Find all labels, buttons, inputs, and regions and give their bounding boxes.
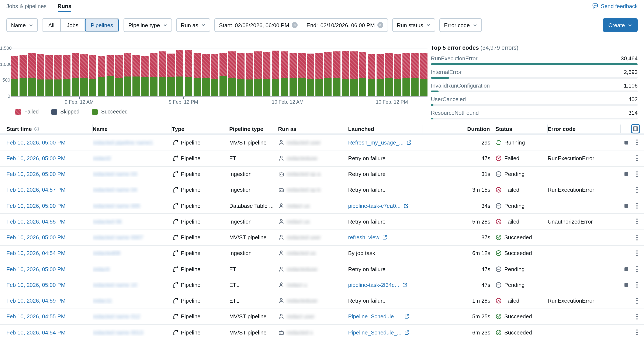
chart-bar[interactable] <box>10 48 18 96</box>
start-date-field[interactable]: Start: 02/08/2026, 06:00 PM ✕ <box>215 19 302 32</box>
launched-by-link[interactable]: pipeline-task-2f34e... <box>348 282 399 288</box>
chart-bar[interactable] <box>411 48 418 96</box>
chart-bar[interactable] <box>350 48 358 96</box>
kebab-menu-icon[interactable] <box>634 170 640 178</box>
run-start-time-link[interactable]: Feb 10, 2026, 05:00 PM <box>6 171 66 177</box>
chart-bar[interactable] <box>333 48 340 96</box>
header-launched[interactable]: Launched <box>348 124 422 133</box>
table-row[interactable]: Feb 10, 2026, 05:00 PMredacted pipeline … <box>0 135 644 151</box>
kebab-menu-icon[interactable] <box>634 234 640 241</box>
error-code-row[interactable]: UserCanceled402 <box>431 96 638 106</box>
chart-bar[interactable] <box>194 48 201 96</box>
clear-start-date-icon[interactable]: ✕ <box>292 22 298 28</box>
chart-bar[interactable] <box>220 48 227 96</box>
chart-bar[interactable] <box>316 48 323 96</box>
run-start-time-link[interactable]: Feb 10, 2026, 04:55 PM <box>6 219 66 225</box>
run-start-time-link[interactable]: Feb 10, 2026, 04:59 PM <box>6 297 66 304</box>
run-as-filter-dropdown[interactable]: Run as <box>176 18 210 32</box>
chart-bar[interactable] <box>394 48 401 96</box>
run-start-time-link[interactable]: Feb 10, 2026, 05:00 PM <box>6 139 66 145</box>
chart-bar[interactable] <box>228 48 236 96</box>
run-name-redacted[interactable]: redacted name 10 <box>92 282 137 288</box>
run-name-redacted[interactable]: redacted name 005 <box>92 203 140 209</box>
error-code-row[interactable]: InternalError2,693 <box>431 69 638 79</box>
table-row[interactable]: Feb 10, 2026, 04:59 PMredac11PipelineETL… <box>0 293 644 309</box>
chart-bar[interactable] <box>246 48 253 96</box>
kebab-menu-icon[interactable] <box>634 328 640 336</box>
launched-by-link[interactable]: Pipeline_Schedule_... <box>348 329 402 335</box>
chart-bar[interactable] <box>28 48 36 96</box>
stop-run-icon[interactable] <box>624 140 628 144</box>
header-run-as[interactable]: Run as <box>278 124 348 133</box>
run-start-time-link[interactable]: Feb 10, 2026, 05:00 PM <box>6 266 66 272</box>
send-feedback-link[interactable]: Send feedback <box>592 3 638 9</box>
stop-run-icon[interactable] <box>624 283 628 287</box>
chart-bar[interactable] <box>307 48 314 96</box>
chart-bar[interactable] <box>272 48 279 96</box>
segment-jobs[interactable]: Jobs <box>60 19 84 32</box>
launched-by-link[interactable]: refresh_view <box>348 234 379 241</box>
header-name[interactable]: Name <box>92 124 172 133</box>
run-name-redacted[interactable]: redacted name 04 <box>92 187 137 193</box>
chart-bar[interactable] <box>89 48 96 96</box>
chart-bar[interactable] <box>132 48 140 96</box>
chart-bar[interactable] <box>298 48 306 96</box>
chart-bar[interactable] <box>176 48 184 96</box>
chart-bar[interactable] <box>359 48 366 96</box>
error-code-row[interactable]: ResourceNotFound314 <box>431 110 638 119</box>
stop-run-icon[interactable] <box>624 267 628 271</box>
chart-bar[interactable] <box>63 48 70 96</box>
chart-bar[interactable] <box>46 48 53 96</box>
stop-run-icon[interactable] <box>624 172 628 176</box>
chart-bar[interactable] <box>254 48 262 96</box>
launched-by-link[interactable]: pipeline-task-c7ea0... <box>348 203 400 209</box>
chart-bar[interactable] <box>80 48 88 96</box>
create-button[interactable]: Create <box>603 18 638 32</box>
chart-bar[interactable] <box>280 48 288 96</box>
header-start-time[interactable]: Start time <box>6 124 92 133</box>
chart-bar[interactable] <box>420 48 427 96</box>
table-row[interactable]: Feb 10, 2026, 05:00 PMredacted name 0007… <box>0 230 644 246</box>
segment-pipelines[interactable]: Pipelines <box>84 19 119 32</box>
chart-bar[interactable] <box>106 48 114 96</box>
run-name-redacted[interactable]: redacted name 0007 <box>92 234 143 241</box>
chart-bar[interactable] <box>124 48 131 96</box>
chart-bar[interactable] <box>141 48 148 96</box>
stop-run-icon[interactable] <box>624 204 628 208</box>
chart-bar[interactable] <box>289 48 297 96</box>
chart-bar[interactable] <box>19 48 27 96</box>
run-start-time-link[interactable]: Feb 10, 2026, 04:55 PM <box>6 313 66 320</box>
chart-bar[interactable] <box>98 48 105 96</box>
run-name-redacted[interactable]: redac11 <box>92 297 112 304</box>
error-code-filter-dropdown[interactable]: Error code <box>440 18 482 32</box>
kebab-menu-icon[interactable] <box>634 154 640 162</box>
table-row[interactable]: Feb 10, 2026, 04:55 PMredacted 06Pipelin… <box>0 214 644 230</box>
kebab-menu-icon[interactable] <box>634 297 640 304</box>
run-name-redacted[interactable]: redac9 <box>92 266 110 272</box>
run-start-time-link[interactable]: Feb 10, 2026, 05:00 PM <box>6 203 66 209</box>
chart-bar[interactable] <box>385 48 392 96</box>
run-start-time-link[interactable]: Feb 10, 2026, 05:00 PM <box>6 155 66 161</box>
header-duration[interactable]: Duration <box>422 124 496 133</box>
kebab-menu-icon[interactable] <box>634 218 640 226</box>
table-row[interactable]: Feb 10, 2026, 04:55 PMredacted name 012P… <box>0 309 644 325</box>
run-name-redacted[interactable]: redacted pipeline name1 <box>92 139 153 145</box>
chart-bar[interactable] <box>237 48 244 96</box>
header-status[interactable]: Status <box>496 124 548 133</box>
kebab-menu-icon[interactable] <box>634 281 640 289</box>
run-start-time-link[interactable]: Feb 10, 2026, 04:54 PM <box>6 329 66 335</box>
run-name-redacted[interactable]: redacted name 012 <box>92 313 140 320</box>
launched-by-link[interactable]: Refresh_my_usage_... <box>348 139 404 145</box>
run-name-redacted[interactable]: redacted name 0013 <box>92 329 143 335</box>
run-status-filter-dropdown[interactable]: Run status <box>392 18 435 32</box>
run-name-redacted[interactable]: redacted 06 <box>92 219 122 225</box>
run-start-time-link[interactable]: Feb 10, 2026, 04:57 PM <box>6 187 66 193</box>
chart-bar[interactable] <box>402 48 410 96</box>
tab-runs[interactable]: Runs <box>58 0 71 12</box>
table-row[interactable]: Feb 10, 2026, 04:57 PMredacted name 04Pi… <box>0 182 644 198</box>
end-date-field[interactable]: End: 02/10/2026, 06:00 PM ✕ <box>302 19 388 32</box>
chart-bar[interactable] <box>342 48 349 96</box>
chart-bar[interactable] <box>115 48 122 96</box>
table-row[interactable]: Feb 10, 2026, 04:54 PMredacted08Pipeline… <box>0 246 644 262</box>
chart-bar[interactable] <box>54 48 62 96</box>
